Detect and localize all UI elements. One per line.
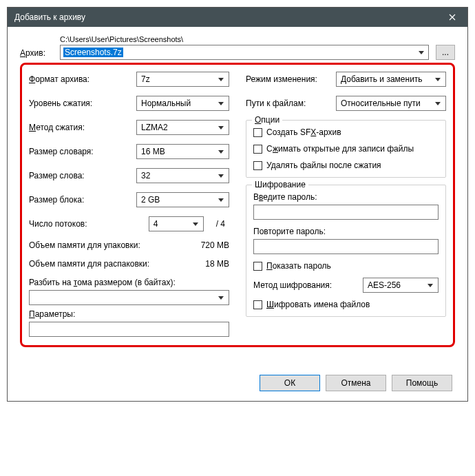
button-row: ОК Отмена Помощь	[20, 375, 455, 391]
password-label: Введите пароль:	[253, 192, 439, 202]
level-label: Уровень сжатия:	[29, 99, 136, 108]
archive-name-value: Screenshots.7z	[63, 48, 123, 57]
paths-label: Пути к файлам:	[246, 99, 336, 108]
password2-label: Повторите пароль:	[253, 227, 439, 236]
archive-path-col: C:\Users\User\Pictures\Screenshots\ Scre…	[60, 35, 429, 60]
close-icon	[449, 14, 456, 21]
method-label: Метод сжатия:	[29, 123, 136, 132]
split-label: Разбить на тома размером (в байтах):	[29, 278, 229, 287]
chevron-down-icon	[216, 169, 226, 183]
mem-unpack-label: Объем памяти для распаковки:	[29, 259, 193, 269]
help-button[interactable]: Помощь	[392, 375, 452, 391]
archive-row: Архив: C:\Users\User\Pictures\Screenshot…	[20, 35, 455, 60]
options-group: Опции Создать SFX-архив Сжимать открытые…	[246, 120, 446, 178]
titlebar: Добавить к архиву	[8, 8, 467, 27]
encrypt-names-checkbox[interactable]	[253, 300, 262, 309]
archive-path: C:\Users\User\Pictures\Screenshots\	[60, 35, 429, 43]
enc-method-label: Метод шифрования:	[253, 280, 363, 290]
chevron-down-icon	[191, 217, 200, 231]
format-select[interactable]: 7z	[136, 72, 229, 87]
chevron-down-icon	[216, 72, 226, 86]
dict-select[interactable]: 16 MB	[136, 144, 229, 159]
highlighted-region: Формат архива: 7z Уровень сжатия: Нормал…	[20, 63, 455, 347]
chevron-down-icon	[433, 96, 443, 110]
password-input[interactable]	[253, 205, 439, 220]
paths-select[interactable]: Относительные пути	[336, 96, 446, 111]
password2-input[interactable]	[253, 239, 439, 254]
mode-label: Режим изменения:	[246, 74, 336, 84]
compress-open-label: Сжимать открытые для записи файлы	[266, 144, 414, 154]
method-select[interactable]: LZMA2	[136, 120, 229, 135]
chevron-down-icon	[216, 193, 226, 207]
right-column: Режим изменения: Добавить и заменить Пут…	[246, 72, 446, 337]
dialog-window: Добавить к архиву Архив: C:\Users\User\P…	[7, 7, 468, 402]
chevron-down-icon	[216, 145, 226, 158]
mem-pack-label: Объем памяти для упаковки:	[29, 240, 193, 250]
archive-label: Архив:	[20, 48, 53, 60]
show-password-checkbox[interactable]	[253, 262, 262, 271]
dict-label: Размер словаря:	[29, 147, 136, 156]
close-button[interactable]	[437, 8, 467, 27]
compress-open-checkbox[interactable]	[253, 145, 262, 154]
chevron-down-icon	[433, 72, 443, 86]
delete-after-checkbox[interactable]	[253, 161, 262, 170]
options-legend: Опции	[252, 115, 282, 125]
threads-select[interactable]: 4	[149, 216, 204, 231]
word-label: Размер слова:	[29, 171, 136, 180]
left-column: Формат архива: 7z Уровень сжатия: Нормал…	[29, 72, 229, 337]
word-select[interactable]: 32	[136, 168, 229, 183]
sfx-checkbox[interactable]	[253, 128, 262, 137]
mode-select[interactable]: Добавить и заменить	[336, 72, 446, 87]
block-select[interactable]: 2 GB	[136, 192, 229, 207]
chevron-down-icon	[216, 96, 226, 110]
chevron-down-icon	[425, 278, 435, 292]
chevron-down-icon	[216, 121, 226, 134]
ok-button[interactable]: ОК	[260, 375, 320, 391]
sfx-label: Создать SFX-архив	[266, 127, 341, 137]
params-input[interactable]	[29, 322, 229, 337]
show-password-label: Показать пароль	[266, 261, 331, 271]
encryption-legend: Шифрование	[252, 180, 308, 189]
level-select[interactable]: Нормальный	[136, 96, 229, 111]
mem-unpack-value: 18 MB	[193, 259, 229, 269]
block-label: Размер блока:	[29, 195, 136, 205]
threads-label: Число потоков:	[29, 219, 149, 229]
cancel-button[interactable]: Отмена	[326, 375, 386, 391]
encrypt-names-label: Шифровать имена файлов	[266, 300, 370, 309]
delete-after-label: Удалять файлы после сжатия	[266, 161, 381, 170]
enc-method-select[interactable]: AES-256	[363, 278, 439, 293]
chevron-down-icon	[415, 47, 427, 58]
split-combo[interactable]	[29, 290, 229, 305]
threads-max: / 4	[204, 219, 229, 229]
titlebar-title: Добавить к архиву	[14, 12, 437, 22]
chevron-down-icon	[216, 291, 226, 304]
browse-button[interactable]: ...	[436, 45, 455, 60]
params-label: Параметры:	[29, 309, 229, 319]
mem-pack-value: 720 MB	[193, 240, 229, 250]
format-label: Формат архива:	[29, 74, 136, 84]
dialog-content: Архив: C:\Users\User\Pictures\Screenshot…	[8, 27, 467, 401]
archive-name-combo[interactable]: Screenshots.7z	[60, 45, 429, 60]
encryption-group: Шифрование Введите пароль: Повторите пар…	[246, 185, 446, 317]
